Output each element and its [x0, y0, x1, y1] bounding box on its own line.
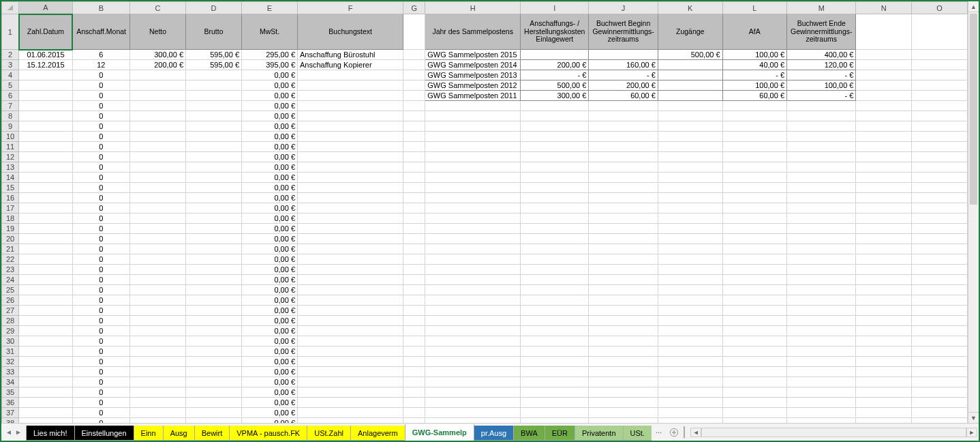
cell-K32[interactable] — [658, 357, 722, 367]
header-cell-I1[interactable]: Anschaffungs- / Herstellungskosten Einla… — [521, 14, 589, 50]
cell-G27[interactable] — [403, 306, 425, 316]
cell-I23[interactable] — [521, 265, 589, 275]
cell-F38[interactable] — [298, 418, 403, 424]
cell-A24[interactable] — [19, 275, 72, 285]
scroll-right-icon[interactable]: ► — [966, 428, 977, 437]
cell-O33[interactable] — [912, 367, 968, 377]
cell-C29[interactable] — [130, 326, 186, 336]
cell-N14[interactable] — [856, 173, 912, 183]
cell-B5[interactable]: 0 — [72, 80, 129, 91]
cell-E30[interactable]: 0,00 € — [242, 336, 298, 347]
cell-E5[interactable]: 0,00 € — [242, 80, 298, 91]
cell-F22[interactable] — [298, 254, 403, 265]
cell-G8[interactable] — [403, 111, 425, 121]
cell-C20[interactable] — [130, 234, 186, 244]
cell-G26[interactable] — [403, 295, 425, 306]
cell-C3[interactable]: 200,00 € — [130, 60, 186, 70]
cell-B32[interactable]: 0 — [72, 357, 129, 367]
cell-C37[interactable] — [130, 408, 186, 418]
cell-G6[interactable] — [403, 91, 425, 101]
cell-L28[interactable] — [722, 316, 786, 326]
cell-M29[interactable] — [787, 326, 856, 336]
cell-H34[interactable] — [425, 377, 521, 387]
cell-C5[interactable] — [130, 80, 186, 91]
cell-N6[interactable] — [856, 91, 912, 101]
cell-D35[interactable] — [186, 387, 242, 398]
cell-G5[interactable] — [403, 80, 425, 91]
cell-D4[interactable] — [186, 70, 242, 80]
col-header-F[interactable]: F — [298, 2, 403, 14]
cell-F21[interactable] — [298, 244, 403, 254]
cell-C35[interactable] — [130, 387, 186, 398]
cell-L7[interactable] — [722, 101, 786, 111]
cell-L8[interactable] — [722, 111, 786, 121]
cell-I7[interactable] — [521, 101, 589, 111]
cell-A38[interactable] — [19, 418, 72, 424]
cell-J8[interactable] — [589, 111, 658, 121]
cell-G12[interactable] — [403, 152, 425, 162]
cell-I20[interactable] — [521, 234, 589, 244]
col-header-K[interactable]: K — [658, 2, 722, 14]
cell-E28[interactable]: 0,00 € — [242, 316, 298, 326]
cell-F16[interactable] — [298, 193, 403, 203]
cell-M20[interactable] — [787, 234, 856, 244]
cell-G22[interactable] — [403, 254, 425, 265]
cell-H26[interactable] — [425, 295, 521, 306]
header-cell-A1[interactable]: Zahl.Datum — [19, 14, 72, 50]
cell-F30[interactable] — [298, 336, 403, 347]
cell-F18[interactable] — [298, 213, 403, 224]
col-header-N[interactable]: N — [856, 2, 912, 14]
cell-B37[interactable]: 0 — [72, 408, 129, 418]
cell-G11[interactable] — [403, 142, 425, 152]
cell-H14[interactable] — [425, 173, 521, 183]
cell-M7[interactable] — [787, 101, 856, 111]
cell-H38[interactable] — [425, 418, 521, 424]
cell-E29[interactable]: 0,00 € — [242, 326, 298, 336]
cell-G35[interactable] — [403, 387, 425, 398]
cell-J14[interactable] — [589, 173, 658, 183]
scroll-thumb[interactable] — [970, 14, 977, 205]
cell-I36[interactable] — [521, 398, 589, 408]
cell-A37[interactable] — [19, 408, 72, 418]
cell-F34[interactable] — [298, 377, 403, 387]
cell-C23[interactable] — [130, 265, 186, 275]
cell-A23[interactable] — [19, 265, 72, 275]
cell-K36[interactable] — [658, 398, 722, 408]
cell-A30[interactable] — [19, 336, 72, 347]
cell-D9[interactable] — [186, 121, 242, 132]
cell-G1[interactable] — [403, 14, 425, 50]
cell-E16[interactable]: 0,00 € — [242, 193, 298, 203]
header-cell-J1[interactable]: Buchwert Beginn Gewinnermittlungs-zeitra… — [589, 14, 658, 50]
sheet-tab-8[interactable]: GWG-Sammelp — [405, 424, 474, 441]
cell-K29[interactable] — [658, 326, 722, 336]
row-header-28[interactable]: 28 — [2, 316, 19, 326]
cell-J7[interactable] — [589, 101, 658, 111]
cell-N33[interactable] — [856, 367, 912, 377]
cell-F20[interactable] — [298, 234, 403, 244]
cell-I30[interactable] — [521, 336, 589, 347]
cell-G14[interactable] — [403, 173, 425, 183]
cell-O20[interactable] — [912, 234, 968, 244]
row-header-12[interactable]: 12 — [2, 152, 19, 162]
cell-O10[interactable] — [912, 132, 968, 142]
cell-H11[interactable] — [425, 142, 521, 152]
cell-A9[interactable] — [19, 121, 72, 132]
cell-J36[interactable] — [589, 398, 658, 408]
col-header-B[interactable]: B — [72, 2, 129, 14]
cell-D16[interactable] — [186, 193, 242, 203]
cell-F35[interactable] — [298, 387, 403, 398]
cell-D19[interactable] — [186, 224, 242, 234]
cell-H27[interactable] — [425, 306, 521, 316]
cell-I38[interactable] — [521, 418, 589, 424]
cell-O26[interactable] — [912, 295, 968, 306]
cell-I24[interactable] — [521, 275, 589, 285]
cell-L26[interactable] — [722, 295, 786, 306]
cell-O1[interactable] — [912, 14, 968, 50]
cell-F5[interactable] — [298, 80, 403, 91]
cell-I26[interactable] — [521, 295, 589, 306]
cell-J6[interactable]: 60,00 € — [589, 91, 658, 101]
cell-A22[interactable] — [19, 254, 72, 265]
cell-F3[interactable]: Anschaffung Kopierer — [298, 60, 403, 70]
cell-H30[interactable] — [425, 336, 521, 347]
cell-E9[interactable]: 0,00 € — [242, 121, 298, 132]
